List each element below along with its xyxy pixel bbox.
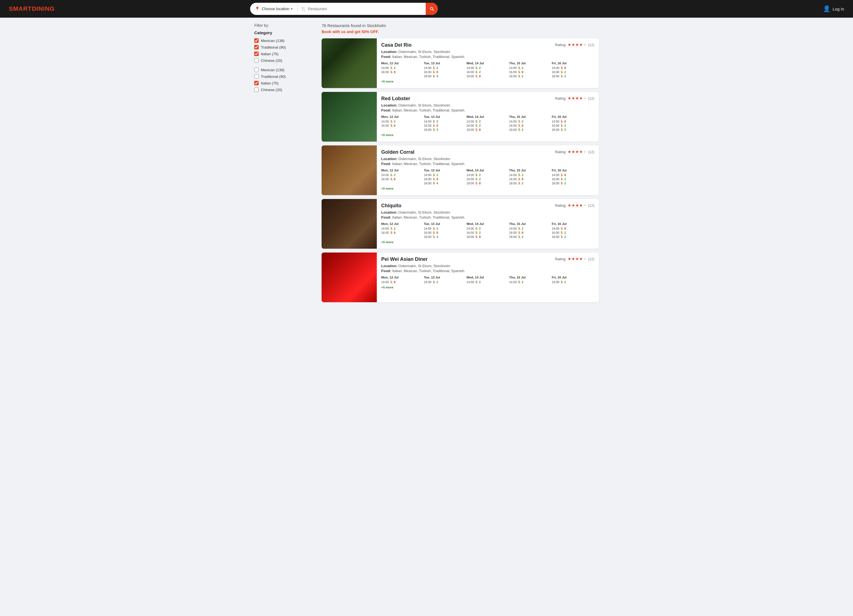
time-slot[interactable]: 14:00 🪑 2 (424, 281, 466, 284)
filter-checkbox-mexican-2[interactable] (254, 68, 259, 72)
filter-checkbox-mexican-1[interactable] (254, 38, 259, 43)
time-slot[interactable]: 18:00 🪑 0 (466, 235, 509, 238)
filter-label-chinese-2: Chinese (20) (261, 88, 282, 92)
filter-item-mexican-2[interactable]: Mexican (138) (254, 68, 315, 72)
time-slot[interactable]: 14:00 🪑 2 (466, 173, 509, 177)
time-slot[interactable]: 14:00 🪑 2 (381, 173, 424, 177)
time-slot[interactable]: 18:00 🪑 4 (424, 128, 466, 131)
time-slot[interactable]: 18:00 🪑 2 (509, 182, 551, 185)
time-slot[interactable]: 18:00 🪑 2 (509, 235, 551, 238)
time-slot[interactable]: 16:00 🪑 0 (509, 231, 551, 234)
time-slot[interactable]: 16:00 🪑 2 (552, 178, 594, 181)
time-slot[interactable]: 14:00 🪑 0 (552, 173, 594, 177)
more-times-button[interactable]: +5 more (381, 80, 594, 83)
time-slot[interactable]: 14:00 🪑 2 (424, 173, 466, 177)
rating-label: Rating: (555, 96, 566, 100)
time-slot[interactable]: 18:00 🪑 0 (466, 182, 509, 185)
time-slot[interactable]: 16:00 🪑 0 (424, 178, 466, 181)
restaurant-card[interactable]: Chiquito Rating: ★★★★★ (12) Location: Os… (322, 199, 599, 249)
fork-knife-icon: 🍴 (301, 6, 306, 12)
time-slot[interactable]: 14:00 🪑 2 (509, 281, 551, 284)
time-slot[interactable]: 14:00 🪑 2 (509, 120, 551, 123)
time-slot[interactable]: 16:00 🪑 2 (466, 124, 509, 127)
star-rating: ★★★★★ (568, 256, 587, 261)
time-slot[interactable]: 18:00 🪑 2 (552, 128, 594, 131)
time-slot[interactable]: 14:00 🪑 2 (552, 281, 594, 284)
time-slot[interactable]: 14:00 🪑 2 (424, 66, 466, 70)
time-slot[interactable]: 14:00 🪑 2 (381, 66, 424, 70)
time-slot[interactable]: 16:00 🪑 0 (381, 124, 424, 127)
filter-checkbox-chinese-2[interactable] (254, 88, 259, 92)
filter-item-mexican-1[interactable]: Mexican (138) (254, 38, 315, 43)
restaurant-card[interactable]: Red Lobster Rating: ★★★★★ (12) Location:… (322, 92, 599, 141)
more-times-button[interactable]: +5 more (381, 286, 594, 289)
food-info: Food: Italian, Mexican, Turkish, Traditi… (381, 55, 594, 59)
time-slot[interactable]: 16:00 🪑 2 (466, 178, 509, 181)
time-slot[interactable]: 14:00 🪑 2 (509, 173, 551, 177)
time-slot[interactable]: 18:00 🪑 0 (466, 128, 509, 131)
time-slot[interactable]: 16:00 🪑 0 (381, 231, 424, 234)
filter-item-italian-1[interactable]: Italian (75) (254, 52, 315, 56)
filter-item-traditional-1[interactable]: Traditional (90) (254, 45, 315, 49)
time-slot[interactable]: 18:00 🪑 4 (424, 74, 466, 78)
time-slot[interactable]: 18:00 🪑 2 (509, 74, 551, 78)
restaurant-image (322, 199, 377, 249)
more-times-button[interactable]: +5 more (381, 240, 594, 244)
filter-item-chinese-1[interactable]: Chinese (20) (254, 58, 315, 63)
restaurant-card[interactable]: Casa Del Rio Rating: ★★★★★ (12) Location… (322, 38, 599, 88)
time-slot[interactable]: 16:00 🪑 2 (552, 231, 594, 234)
time-slot[interactable]: 14:00 🪑 2 (466, 227, 509, 230)
time-slot[interactable]: 14:00 🪑 2 (466, 66, 509, 70)
search-input[interactable] (308, 7, 422, 11)
login-button[interactable]: 👤 Log In (823, 5, 844, 12)
time-slot[interactable]: 16:00 🪑 0 (509, 178, 551, 181)
time-slot[interactable]: 16:00 🪑 2 (552, 124, 594, 127)
filter-checkbox-italian-2[interactable] (254, 81, 259, 85)
restaurant-card[interactable]: Pei Wei Asian Diner Rating: ★★★★★ (12) L… (322, 252, 599, 302)
time-slot[interactable]: 16:00 🪑 0 (424, 231, 466, 234)
time-slot[interactable]: 14:00 🪑 2 (466, 281, 509, 284)
time-slot[interactable]: 14:00 🪑 2 (381, 227, 424, 230)
time-slot[interactable]: 16:00 🪑 2 (466, 70, 509, 74)
time-slot[interactable]: 18:00 🪑 2 (552, 74, 594, 78)
more-times-button[interactable]: +5 more (381, 187, 594, 190)
filter-checkbox-chinese-1[interactable] (254, 58, 259, 63)
time-slot[interactable]: 16:00 🪑 0 (509, 124, 551, 127)
time-slot[interactable]: 16:00 🪑 0 (424, 70, 466, 74)
filter-checkbox-traditional-1[interactable] (254, 45, 259, 49)
time-slot[interactable]: 16:00 🪑 0 (424, 124, 466, 127)
time-text: 18:00 (552, 235, 560, 238)
time-slot[interactable]: 14:00 🪑 0 (552, 120, 594, 123)
time-slot[interactable]: 18:00 🪑 2 (509, 128, 551, 131)
filter-item-italian-2[interactable]: Italian (75) (254, 81, 315, 85)
time-slot[interactable]: 14:00 🪑 0 (552, 227, 594, 230)
filter-item-traditional-2[interactable]: Traditional (90) (254, 74, 315, 79)
card-header: Red Lobster Rating: ★★★★★ (12) (381, 96, 594, 102)
search-button[interactable] (426, 3, 438, 15)
time-slot[interactable]: 14:00 🪑 2 (466, 120, 509, 123)
time-slot[interactable]: 16:00 🪑 0 (381, 70, 424, 74)
restaurant-card[interactable]: Golden Corral Rating: ★★★★★ (12) Locatio… (322, 146, 599, 195)
time-slot[interactable]: 18:00 🪑 4 (424, 235, 466, 238)
time-slot[interactable]: 14:00 🪑 0 (381, 281, 424, 284)
restaurant-image (322, 92, 377, 141)
time-slot[interactable]: 16:00 🪑 2 (466, 231, 509, 234)
time-slot[interactable]: 14:00 🪑 2 (424, 120, 466, 123)
time-slot[interactable]: 18:00 🪑 2 (552, 235, 594, 238)
time-slot[interactable]: 14:00 🪑 0 (552, 66, 594, 70)
filter-item-chinese-2[interactable]: Chinese (20) (254, 88, 315, 92)
filter-checkbox-italian-1[interactable] (254, 52, 259, 56)
time-slot[interactable]: 16:00 🪑 0 (381, 178, 424, 181)
time-slot[interactable]: 18:00 🪑 2 (552, 182, 594, 185)
time-slot[interactable]: 16:00 🪑 2 (552, 70, 594, 74)
time-slot[interactable]: 14:00 🪑 2 (509, 227, 551, 230)
time-slot[interactable]: 18:00 🪑 4 (424, 182, 466, 185)
more-times-button[interactable]: +5 more (381, 133, 594, 137)
time-slot[interactable]: 18:00 🪑 0 (466, 74, 509, 78)
time-slot[interactable]: 14:00 🪑 2 (381, 120, 424, 123)
time-slot[interactable]: 16:00 🪑 0 (509, 70, 551, 74)
time-slot[interactable]: 14:00 🪑 2 (424, 227, 466, 230)
filter-checkbox-traditional-2[interactable] (254, 74, 259, 79)
time-slot[interactable]: 14:00 🪑 2 (509, 66, 551, 70)
location-button[interactable]: 📍 Choose location ▾ (250, 3, 297, 15)
